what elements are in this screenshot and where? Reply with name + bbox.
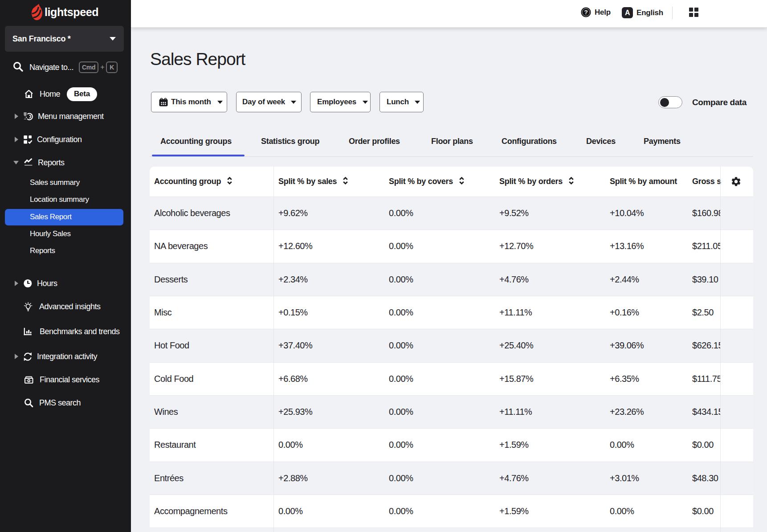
svg-text:?: ? <box>584 9 588 16</box>
